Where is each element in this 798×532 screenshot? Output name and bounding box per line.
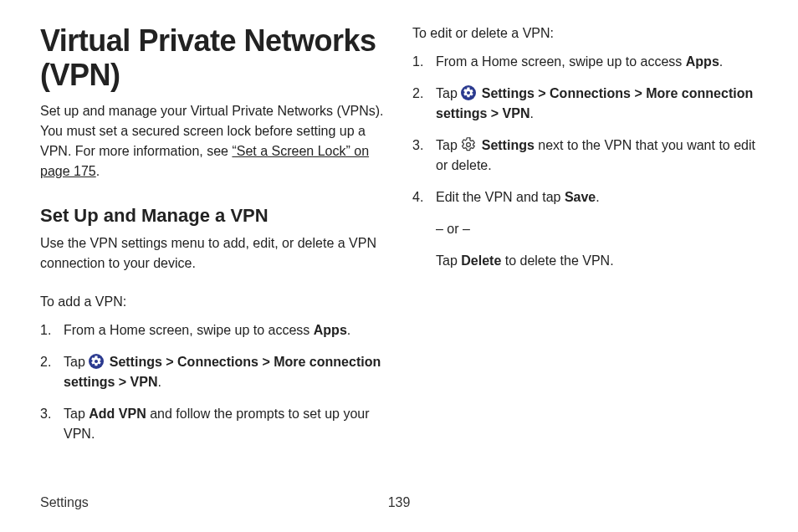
apps-label: Apps: [686, 54, 719, 69]
step-text: Tap: [436, 138, 461, 152]
step-text: .: [529, 106, 533, 120]
apps-label: Apps: [314, 323, 347, 337]
settings-label: Settings: [482, 138, 535, 152]
breadcrumb-separator: >: [162, 355, 177, 369]
breadcrumb-separator: >: [487, 106, 502, 120]
intro-paragraph: Set up and manage your Virtual Private N…: [40, 101, 386, 182]
step-text: From a Home screen, swipe up to access: [64, 323, 314, 337]
svg-point-0: [467, 143, 471, 147]
procedure-lead-edit: To edit or delete a VPN:: [412, 23, 758, 43]
procedure-lead-add: To add a VPN:: [40, 292, 386, 312]
step-2: Tap Settings > Connections > More connec…: [40, 352, 386, 392]
step-text: Tap: [64, 407, 89, 421]
edit-vpn-steps: From a Home screen, swipe up to access A…: [412, 52, 758, 207]
step-text: .: [719, 54, 723, 69]
footer-section-label: Settings: [40, 495, 89, 510]
page-number: 139: [388, 495, 411, 510]
step-text: Tap: [436, 86, 461, 100]
settings-gear-filled-icon: [461, 85, 476, 100]
step-4: Edit the VPN and tap Save.: [412, 187, 758, 207]
intro-text-b: .: [96, 164, 100, 178]
add-vpn-steps: From a Home screen, swipe up to access A…: [40, 320, 386, 444]
step-text: Tap: [436, 253, 461, 268]
step-1: From a Home screen, swipe up to access A…: [412, 52, 758, 72]
step-text: to delete the VPN.: [501, 253, 613, 268]
step-text: From a Home screen, swipe up to access: [436, 54, 686, 69]
settings-label: Settings: [110, 355, 162, 369]
breadcrumb-separator: >: [115, 375, 130, 389]
step-text: Edit the VPN and tap: [436, 190, 565, 204]
step-text: .: [596, 190, 599, 204]
left-column: Virtual Private Networks (VPN) Set up an…: [40, 23, 386, 456]
vpn-label: VPN: [503, 106, 530, 120]
or-separator: – or –: [412, 219, 758, 239]
delete-instruction: Tap Delete to delete the VPN.: [412, 251, 758, 271]
step-3: Tap Settings next to the VPN that you wa…: [412, 136, 758, 176]
section-intro: Use the VPN settings menu to add, edit, …: [40, 233, 386, 274]
vpn-label: VPN: [130, 375, 158, 389]
settings-gear-filled-icon: [89, 354, 104, 369]
save-label: Save: [565, 190, 596, 204]
step-text: .: [157, 375, 161, 389]
breadcrumb-separator: >: [258, 355, 274, 369]
settings-label: Settings: [482, 86, 535, 100]
right-column: To edit or delete a VPN: From a Home scr…: [412, 23, 758, 456]
breadcrumb-separator: >: [535, 86, 550, 100]
step-2: Tap Settings > Connections > More connec…: [412, 84, 758, 124]
connections-label: Connections: [550, 86, 631, 100]
connections-label: Connections: [177, 355, 258, 369]
settings-gear-outline-icon: [461, 137, 476, 152]
step-3: Tap Add VPN and follow the prompts to se…: [40, 404, 386, 444]
page-footer: Settings 139: [40, 495, 758, 510]
section-heading: Set Up and Manage a VPN: [40, 205, 386, 227]
add-vpn-label: Add VPN: [89, 407, 146, 421]
step-text: Tap: [64, 355, 89, 369]
breadcrumb-separator: >: [631, 86, 646, 100]
page-title: Virtual Private Networks (VPN): [40, 23, 386, 93]
step-text: .: [347, 323, 350, 337]
delete-label: Delete: [461, 253, 501, 268]
step-1: From a Home screen, swipe up to access A…: [40, 320, 386, 340]
